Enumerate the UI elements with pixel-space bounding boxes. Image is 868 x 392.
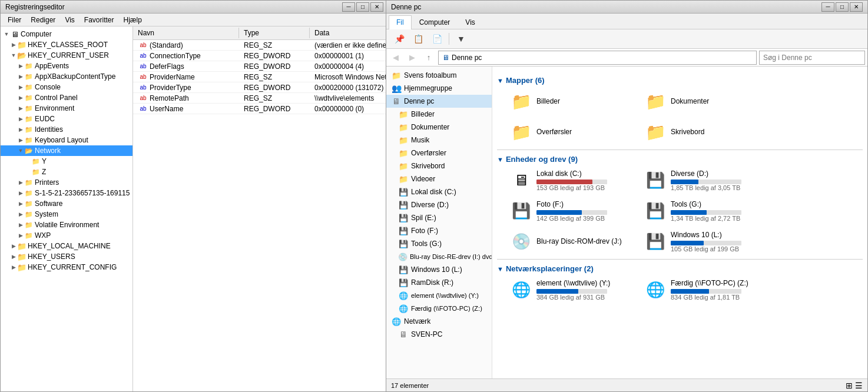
tree-item-z[interactable]: 📁 Z [1,167,132,177]
view-grid-icon[interactable]: ⊞ [846,381,853,390]
drive-item-d[interactable]: 💾 Diverse (D:) 1,85 TB ledig af 3,05 TB [641,167,770,193]
tree-item-system[interactable]: ▶ 📁 System [1,209,132,220]
toggle-keyboardlayout[interactable]: ▶ [17,137,24,144]
menu-filer[interactable]: Filer [3,15,26,25]
sidebar-item-bluray[interactable]: 💿 Blu-ray Disc-RE-drev (I:) dvd [386,250,492,263]
tree-item-hku[interactable]: ▶ 📁 HKEY_USERS [1,251,132,262]
toggle-eudc[interactable]: ▶ [17,115,24,122]
sidebar-item-tools[interactable]: 💾 Tools (G:) [386,237,492,250]
toggle-hkcu[interactable]: ▼ [10,52,17,59]
sidebar-item-netvaerk[interactable]: 🌐 Netværk [386,315,492,328]
drive-item-j[interactable]: 💿 Blu-ray Disc-ROM-drev (J:) [506,228,636,254]
tree-item-printers[interactable]: ▶ 📁 Printers [1,177,132,188]
drive-item-c[interactable]: 🖥 Lokal disk (C:) 153 GB ledig af 193 GB [506,167,636,193]
drive-item-l[interactable]: 💾 Windows 10 (L:) 105 GB ledig af 199 GB [641,228,770,254]
sidebar-item-spil[interactable]: 💾 Spil (E:) [386,211,492,224]
toggle-hklm[interactable]: ▶ [10,242,17,250]
back-button[interactable]: ◀ [389,51,403,65]
sidebar-item-ramdisk[interactable]: 💾 RamDisk (R:) [386,276,492,289]
tree-item-y[interactable]: 📁 Y [1,156,132,167]
toggle-console[interactable]: ▶ [17,84,24,91]
ribbon-down-button[interactable]: ▼ [453,32,469,46]
folder-item-dokumenter[interactable]: 📁 Dokumenter [641,88,770,114]
menu-rediger[interactable]: Rediger [26,15,60,25]
sidebar-item-lokaldisk[interactable]: 💾 Lokal disk (C:) [386,185,492,198]
toggle-sid[interactable]: ▶ [17,190,24,197]
folder-item-skrivebord[interactable]: 📁 Skrivebord [641,119,770,145]
exp-minimize-button[interactable]: ─ [821,2,834,12]
sidebar-item-dennepc[interactable]: 🖥 Denne pc [386,95,492,108]
tree-item-wxp[interactable]: ▶ 📁 WXP [1,230,132,241]
toggle-controlpanel[interactable]: ▶ [17,94,24,101]
section-header-enheder[interactable]: ▼ Enheder og drev (9) [497,155,863,164]
tree-item-environment[interactable]: ▶ 📁 Environment [1,103,132,114]
toggle-printers[interactable]: ▶ [17,179,24,186]
toggle-software[interactable]: ▶ [17,200,24,207]
tree-item-hklm[interactable]: ▶ 📁 HKEY_LOCAL_MACHINE [1,241,132,251]
tree-item-controlpanel[interactable]: ▶ 📁 Control Panel [1,92,132,103]
toggle-wxp[interactable]: ▶ [17,232,24,239]
search-input[interactable] [759,51,865,65]
tree-item-computer[interactable]: ▼ 🖥 Computer [1,29,132,39]
tree-item-hkcu[interactable]: ▼ 📂 HKEY_CURRENT_USER [1,50,132,61]
sidebar-item-win10[interactable]: 💾 Windows 10 (L:) [386,263,492,276]
tab-computer[interactable]: Computer [412,15,458,29]
toggle-computer[interactable]: ▼ [3,31,10,38]
exp-maximize-button[interactable]: □ [836,2,849,12]
tree-item-hkcr[interactable]: ▶ 📁 HKEY_CLASSES_ROOT [1,39,132,50]
tree-item-eudc[interactable]: ▶ 📁 EUDC [1,114,132,124]
menu-favoritter[interactable]: Favoritter [79,15,119,25]
toggle-hku[interactable]: ▶ [10,253,17,260]
reg-tree[interactable]: ▼ 🖥 Computer ▶ 📁 HKEY_CLASSES_ROOT ▼ 📂 H… [1,26,133,391]
toggle-network[interactable]: ▼ [17,147,24,154]
tree-item-identities[interactable]: ▶ 📁 Identities [1,124,132,135]
view-list-icon[interactable]: ☰ [855,381,863,390]
menu-vis[interactable]: Vis [60,15,79,25]
tree-item-appxbackup[interactable]: ▶ 📁 AppXBackupContentType [1,71,132,82]
toggle-environment[interactable]: ▶ [17,105,24,112]
tree-item-hkcc[interactable]: ▶ 📁 HKEY_CURRENT_CONFIG [1,262,132,273]
col-header-data[interactable]: Data [310,28,388,38]
folder-item-billeder[interactable]: 📁 Billeder [506,88,636,114]
net-item-y[interactable]: 🌐 element (\\wdtvlive) (Y:) 384 GB ledig… [506,277,636,303]
tree-item-sid[interactable]: ▶ 📁 S-1-5-21-2336657135-169115 [1,188,132,198]
toggle-volatile[interactable]: ▶ [17,221,24,228]
toggle-appxbackup[interactable]: ▶ [17,73,24,80]
sidebar-item-dokumenter[interactable]: 📁 Dokumenter [386,121,492,134]
sidebar-item-skrivebord[interactable]: 📁 Skrivebord [386,160,492,172]
maximize-button[interactable]: □ [356,2,369,12]
sidebar-item-billeder[interactable]: 📁 Billeder [386,108,492,121]
sidebar-item-videoer[interactable]: 📁 Videoer [386,172,492,185]
ribbon-copy-button[interactable]: 📋 [410,32,426,46]
tree-item-keyboardlayout[interactable]: ▶ 📁 Keyboard Layout [1,135,132,145]
ribbon-paste-button[interactable]: 📄 [429,32,445,46]
folder-item-overfoersler[interactable]: 📁 Overførsler [506,119,636,145]
toggle-hkcc[interactable]: ▶ [10,264,17,271]
tree-item-network[interactable]: ▼ 📂 Network [1,145,132,156]
drive-item-g[interactable]: 💾 Tools (G:) 1,34 TB ledig af 2,72 TB [641,198,770,224]
sidebar-item-foto[interactable]: 💾 Foto (F:) [386,224,492,237]
sidebar-item-faerdig[interactable]: 🌐 Færdig (\\FOTO-PC) (Z:) [386,302,492,315]
close-button[interactable]: ✕ [370,2,383,12]
col-header-name[interactable]: Navn [133,28,239,38]
menu-hjaelp[interactable]: Hjælp [119,15,147,25]
toggle-identities[interactable]: ▶ [17,126,24,133]
tree-item-volatile[interactable]: ▶ 📁 Volatile Environment [1,220,132,230]
tree-item-software[interactable]: ▶ 📁 Software [1,198,132,209]
col-header-type[interactable]: Type [239,28,310,38]
minimize-button[interactable]: ─ [342,2,355,12]
up-button[interactable]: ↑ [422,51,436,65]
value-row-6[interactable]: ab UserName REG_DWORD 0x00000000 (0) [133,104,388,114]
ribbon-pin-button[interactable]: 📌 [391,32,408,46]
sidebar-item-element[interactable]: 🌐 element (\\wdtvlive) (Y:) [386,289,492,302]
drive-item-f[interactable]: 💾 Foto (F:) 142 GB ledig af 399 GB [506,198,636,224]
sidebar-item-svens[interactable]: 📁 Svens fotoalbum [386,69,492,82]
section-header-netvaerk[interactable]: ▼ Netværksplaceringer (2) [497,264,863,273]
net-item-z[interactable]: 🌐 Færdig (\\FOTO-PC) (Z:) 834 GB ledig a… [641,277,770,303]
forward-button[interactable]: ▶ [405,51,419,65]
toggle-hkcr[interactable]: ▶ [10,41,17,48]
tree-item-appevents[interactable]: ▶ 📁 AppEvents [1,61,132,71]
tab-fil[interactable]: Fil [389,15,412,29]
section-header-mapper[interactable]: ▼ Mapper (6) [497,76,863,85]
sidebar-item-svenpc[interactable]: 🖥 SVEN-PC [386,328,492,341]
